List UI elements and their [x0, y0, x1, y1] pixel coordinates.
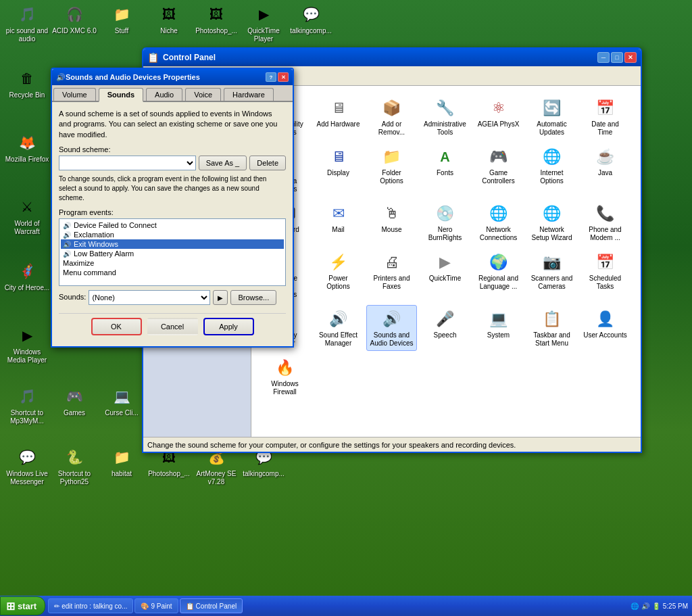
desktop-icon-label: Recycle Bin: [9, 91, 45, 99]
cp-icon-add-remove[interactable]: 📦 Add or Remov...: [366, 94, 417, 140]
desktop-icon-wmp[interactable]: ▶ Windows Media Player: [3, 325, 51, 364]
tab-hardware[interactable]: Hardware: [224, 88, 274, 101]
minimize-button[interactable]: ─: [597, 52, 610, 63]
cancel-button[interactable]: Cancel: [147, 318, 198, 335]
desktop-icon-label: QuickTime Player: [240, 27, 287, 43]
cp-icon-label: Internet Options: [530, 169, 574, 185]
cp-icon-datetime[interactable]: 📅 Date and Time: [580, 94, 631, 140]
cp-icon-power[interactable]: ⚡ Power Options: [313, 248, 364, 302]
cp-icon-java[interactable]: ☕ Java: [580, 143, 631, 197]
start-button[interactable]: ⊞ start: [0, 596, 45, 615]
desktop-icon-label: Curse Cli...: [105, 409, 138, 417]
cp-icon-mail[interactable]: ✉ Mail: [313, 199, 364, 245]
delete-button[interactable]: Delete: [249, 156, 286, 170]
events-list[interactable]: 🔊 Device Failed to Connect 🔊 Exclamation…: [59, 218, 286, 286]
desktop-icon-stuff[interactable]: 📁 Stuff: [98, 3, 145, 35]
play-button[interactable]: ▶: [213, 290, 228, 305]
quicktime-icon: ▶: [253, 3, 274, 25]
desktop-icon-photoshop[interactable]: 🖼 Photoshop_...: [193, 3, 240, 35]
tray-time: 5:25 PM: [663, 602, 688, 610]
cp-icon-firewall[interactable]: 🔥 Windows Firewall: [260, 354, 310, 400]
cp-icon-speech[interactable]: 🎤 Speech: [420, 305, 470, 351]
cp-icon-label: Folder Options: [370, 169, 414, 185]
cp-icon-system[interactable]: 💻 System: [473, 305, 524, 351]
cp-icon-taskbar[interactable]: 📋 Taskbar and Start Menu: [526, 305, 577, 351]
cp-icon-auto-update[interactable]: 🔄 Automatic Updates: [526, 94, 577, 140]
save-as-button[interactable]: Save As _: [199, 156, 247, 170]
taskbar-task-edit[interactable]: ✏ edit intro : talking co...: [48, 598, 133, 613]
cp-icon-admin-tools[interactable]: 🔧 Administrative Tools: [420, 94, 470, 140]
cp-icon-folder-options[interactable]: 📁 Folder Options: [366, 143, 417, 197]
sound-scheme-label: Sound scheme:: [59, 145, 286, 153]
desktop-icon-firefox[interactable]: 🦊 Mozilla Firefox: [3, 132, 51, 164]
desktop-icon-cursecli[interactable]: 💻 Curse Cli...: [98, 385, 145, 417]
desktop-icon-quicktime[interactable]: ▶ QuickTime Player: [240, 3, 287, 43]
cp-icon-add-hardware[interactable]: 🖥 Add Hardware: [313, 94, 364, 140]
cp-icon-display[interactable]: 🖥 Display: [313, 143, 364, 197]
cp-icon-mouse[interactable]: 🖱 Mouse: [366, 199, 417, 245]
desktop-icon-pic-sound[interactable]: 🎵 pic sound and audio: [3, 3, 51, 43]
cp-icon-user-accounts[interactable]: 👤 User Accounts: [580, 305, 631, 351]
cp-icon-network-wizard[interactable]: 🌐 Network Setup Wizard: [526, 199, 577, 245]
dialog-help-button[interactable]: ?: [266, 72, 276, 82]
tab-volume[interactable]: Volume: [53, 88, 96, 101]
cp-icon-scanners[interactable]: 📷 Scanners and Cameras: [526, 248, 577, 302]
apply-button[interactable]: Apply: [203, 318, 254, 335]
cp-icon-ageia[interactable]: ⚛ AGEIA PhysX: [473, 94, 524, 140]
desktop-icon-cityheroes[interactable]: 🦸 City of Heroe...: [3, 260, 51, 292]
taskbar-task-cp[interactable]: 📋 Control Panel: [180, 598, 243, 613]
ok-button[interactable]: OK: [91, 318, 142, 335]
desktop-icon-label: Shortcut to Mp3MyM...: [3, 409, 51, 425]
cp-icon-label: Network Connections: [476, 226, 520, 242]
event-exclamation[interactable]: 🔊 Exclamation: [61, 230, 284, 239]
sound-scheme-select[interactable]: [59, 156, 196, 170]
dialog-close-button[interactable]: ✕: [278, 72, 289, 82]
desktop-icon-acid[interactable]: 🎧 ACID XMC 6.0: [51, 3, 98, 35]
cp-icon-regional[interactable]: 🌍 Regional and Language ...: [473, 248, 524, 302]
maximize-button[interactable]: □: [611, 52, 623, 63]
cp-icon-printers[interactable]: 🖨 Printers and Faxes: [366, 248, 417, 302]
event-maximize[interactable]: Maximize: [61, 258, 284, 268]
browse-button[interactable]: Browse...: [230, 290, 276, 305]
cp-icon-fonts[interactable]: A Fonts: [420, 143, 470, 197]
close-button[interactable]: ✕: [624, 52, 637, 63]
desktop-icon-niche[interactable]: 🖼 Niche: [145, 3, 193, 35]
desktop-icon-talking[interactable]: 💬 talkingcomp...: [287, 3, 335, 35]
sounds-dialog-titlebar: 🔊 Sounds and Audio Devices Properties ? …: [52, 69, 293, 85]
desktop-icon-wlm[interactable]: 💬 Windows Live Messenger: [3, 446, 51, 486]
cp-icon-network[interactable]: 🌐 Network Connections: [473, 199, 524, 245]
desktop-icon-recycle[interactable]: 🗑 Recycle Bin: [3, 68, 51, 99]
cp-icon-sched-tasks[interactable]: 📅 Scheduled Tasks: [580, 248, 631, 302]
taskbar-task-paint[interactable]: 🎨 9 Paint: [134, 598, 178, 613]
cp-icons-grid: ♿ Accessibility Options 🖥 Add Hardware 📦…: [257, 91, 635, 402]
event-icon: 🔊: [63, 250, 71, 258]
event-device-failed[interactable]: 🔊 Device Failed to Connect: [61, 220, 284, 230]
desktop-icon-mp3mym[interactable]: 🎵 Shortcut to Mp3MyM...: [3, 385, 51, 425]
sounds-label: Sounds:: [59, 293, 86, 301]
event-exit-windows[interactable]: 🔊 Exit Windows: [61, 239, 284, 249]
desktop-icon-wow[interactable]: ⚔ World of Warcraft: [3, 196, 51, 236]
cp-icon-label: Printers and Faxes: [370, 275, 414, 291]
event-low-battery[interactable]: 🔊 Low Battery Alarm: [61, 249, 284, 258]
cp-window-icon: 📋: [147, 52, 159, 63]
tab-sounds[interactable]: Sounds: [99, 88, 143, 102]
cp-icon-nero[interactable]: 💿 Nero BurnRights: [420, 199, 470, 245]
sounds-select[interactable]: (None): [89, 290, 210, 305]
wow-icon: ⚔: [16, 196, 38, 218]
acid-icon: 🎧: [64, 3, 85, 25]
tab-audio[interactable]: Audio: [146, 88, 182, 101]
cp-icon-sound-effect[interactable]: 🔊 Sound Effect Manager: [313, 305, 364, 351]
desktop-icon-games[interactable]: 🎮 Games: [51, 385, 98, 417]
desktop-icon-label: talkingcomp...: [243, 470, 285, 478]
task-label: 9 Paint: [151, 602, 172, 610]
desktop-icon-habitat[interactable]: 📁 habitat: [98, 446, 145, 478]
dialog-content: A sound scheme is a set of sounds applie…: [52, 102, 293, 346]
cp-icon-quicktime[interactable]: ▶ QuickTime: [420, 248, 470, 302]
cp-icon-phone[interactable]: 📞 Phone and Modem ...: [580, 199, 631, 245]
cp-icon-ie[interactable]: 🌐 Internet Options: [526, 143, 577, 197]
desktop-icon-python[interactable]: 🐍 Shortcut to Python25: [51, 446, 98, 486]
tab-voice[interactable]: Voice: [185, 88, 221, 101]
cp-icon-sounds-audio[interactable]: 🔊 Sounds and Audio Devices: [366, 305, 417, 351]
event-menu-command[interactable]: Menu command: [61, 268, 284, 277]
cp-icon-game-ctrl[interactable]: 🎮 Game Controllers: [473, 143, 524, 197]
